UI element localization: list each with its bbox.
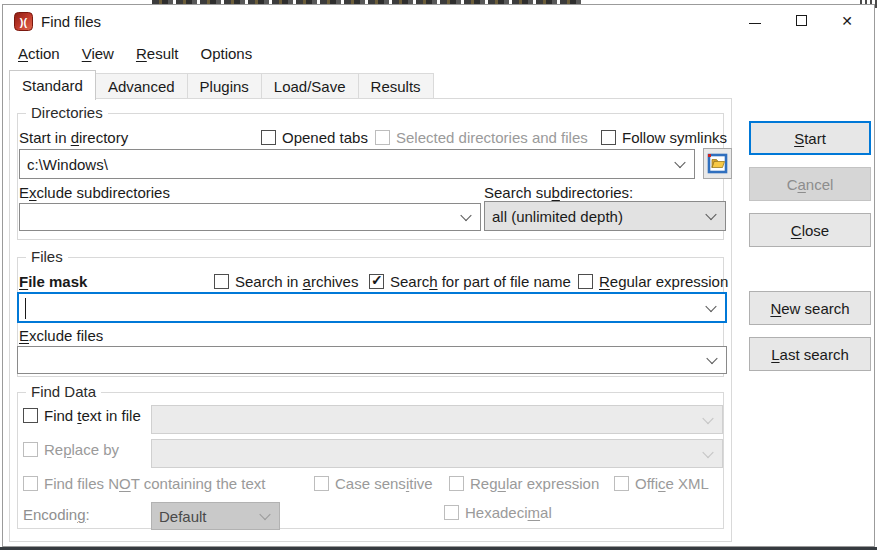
chevron-down-icon[interactable] [706,353,717,364]
checkbox-box-icon[interactable] [601,130,616,145]
exclude-files-combobox[interactable] [17,346,727,374]
minimize-icon [749,23,761,24]
checkbox-box-icon [444,505,459,520]
search-part-of-name-checkbox[interactable]: Search for part of file name [369,273,571,290]
checkbox-box-icon[interactable] [578,274,593,289]
chevron-down-icon[interactable] [705,209,716,220]
menu-result[interactable]: Result [125,43,190,67]
selected-directories-checkbox: Selected directories and files [375,129,588,146]
window-title: Find files [41,13,101,30]
file-mask-combobox[interactable] [17,292,727,323]
close-button[interactable]: ✕ [824,5,870,36]
checkbox-box-icon [449,476,464,491]
encoding-dropdown: Default [151,502,280,530]
search-subdirectories-label: Search subdirectories: [484,184,633,201]
chevron-down-icon [702,412,713,423]
screen: )( Find files ✕ Action View Result Optio… [0,0,877,550]
directories-group-legend: Directories [26,104,108,121]
start-button[interactable]: Start [749,121,871,155]
close-search-button[interactable]: Close [749,213,871,247]
browse-directory-button[interactable] [703,148,732,179]
find-text-in-file-checkbox[interactable]: Find text in file [23,407,141,424]
svg-text:)(: )( [20,16,28,28]
tab-load-save[interactable]: Load/Save [262,73,359,99]
chevron-down-icon[interactable] [705,300,716,311]
case-sensitive-checkbox: Case sensitive [314,475,433,492]
checkbox-box-icon [375,130,390,145]
tab-standard[interactable]: Standard [9,70,96,100]
hexadecimal-checkbox: Hexadecimal [444,504,552,521]
last-search-button[interactable]: Last search [749,337,871,371]
tab-advanced[interactable]: Advanced [96,73,188,99]
search-subdirectories-value: all (unlimited depth) [492,208,623,225]
close-icon: ✕ [841,14,853,28]
start-directory-combobox[interactable]: c:\Windows\ [19,149,695,179]
office-xml-checkbox: Office XML [614,475,709,492]
title-bar[interactable]: )( Find files ✕ [3,5,874,39]
tab-results[interactable]: Results [359,73,434,99]
maximize-button[interactable] [778,5,824,36]
search-in-archives-checkbox[interactable]: Search in archives [214,273,358,290]
checkbox-box-icon[interactable] [369,274,384,289]
checkbox-box-icon [23,442,38,457]
find-files-dialog: )( Find files ✕ Action View Result Optio… [2,4,875,547]
encoding-label: Encoding: [23,506,90,523]
encoding-value: Default [159,508,207,525]
start-directory-value: c:\Windows\ [27,156,108,173]
checkbox-box-icon[interactable] [214,274,229,289]
tab-strip: Standard Advanced Plugins Load/Save Resu… [9,69,434,99]
checkbox-box-icon [23,476,38,491]
replace-by-checkbox: Replace by [23,441,119,458]
cancel-button: Cancel [749,167,871,201]
chevron-down-icon [259,509,270,520]
opened-tabs-checkbox[interactable]: Opened tabs [261,129,368,146]
app-logo-icon: )( [14,12,33,31]
chevron-down-icon [702,446,713,457]
maximize-icon [796,15,807,26]
follow-symlinks-checkbox[interactable]: Follow symlinks [601,129,727,146]
menu-bar: Action View Result Options [7,43,263,67]
checkbox-box-icon[interactable] [261,130,276,145]
regular-expression-files-checkbox[interactable]: Regular expression [578,273,728,290]
search-subdirectories-dropdown[interactable]: all (unlimited depth) [484,201,726,231]
exclude-subdirectories-label: Exclude subdirectories [19,184,170,201]
tab-plugins[interactable]: Plugins [188,73,262,99]
not-containing-text-checkbox: Find files NOT containing the text [23,475,266,492]
chevron-down-icon[interactable] [674,157,685,168]
find-data-group-legend: Find Data [26,383,101,400]
menu-view[interactable]: View [71,43,125,67]
start-in-directory-label: Start in directory [19,129,128,146]
checkbox-box-icon [314,476,329,491]
replace-by-combobox [151,439,723,468]
checkbox-box-icon [614,476,629,491]
checkbox-box-icon[interactable] [23,408,38,423]
menu-options[interactable]: Options [189,43,263,67]
minimize-button[interactable] [732,5,778,36]
text-caret [25,298,26,319]
chevron-down-icon[interactable] [460,210,471,221]
menu-action[interactable]: Action [7,43,71,67]
exclude-files-label: Exclude files [19,327,103,344]
files-group-legend: Files [26,248,68,265]
regular-expression-text-checkbox: Regular expression [449,475,599,492]
new-search-button[interactable]: New search [749,291,871,325]
file-mask-label: File mask [19,273,87,290]
folder-icon [707,153,728,174]
exclude-subdirectories-combobox[interactable] [19,203,481,231]
find-text-combobox [151,405,723,434]
